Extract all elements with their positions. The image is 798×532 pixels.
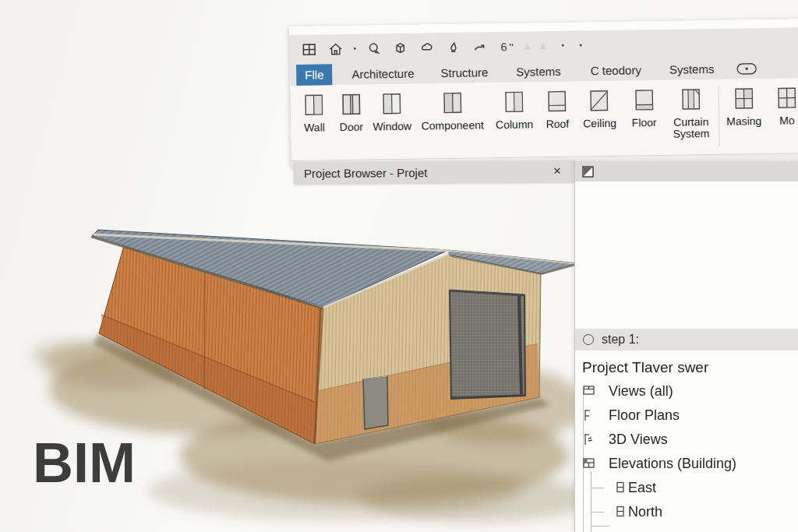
roof-icon [546, 90, 568, 114]
ribbon-button-curtain-system[interactable]: Curtain System [665, 79, 717, 141]
ceiling-icon [588, 90, 610, 113]
massing-icon [733, 87, 754, 111]
svg-text:6: 6 [500, 41, 507, 53]
elevation-tag-icon [613, 480, 628, 495]
views-icon [581, 383, 597, 399]
measure-6-icon[interactable]: 6 [498, 37, 515, 55]
tree-item-views-all[interactable]: Views (all) [575, 379, 798, 403]
cube-icon[interactable] [392, 39, 409, 56]
tab-systems-2[interactable]: Systems [661, 58, 723, 80]
close-icon[interactable]: × [550, 164, 564, 179]
project-browser-titlebar[interactable]: Project Browser - Projet × [294, 160, 574, 185]
ribbon-button-roof[interactable]: Roof [538, 82, 576, 131]
undo-balloon-icon[interactable] [365, 40, 383, 57]
tab-c-teodory[interactable]: C teodory [582, 59, 650, 81]
ribbon-button-ceiling[interactable]: Ceiling [576, 81, 623, 130]
tree-item-label: Floor Plans [609, 407, 680, 424]
tree-bottom-tick [591, 526, 609, 527]
app-window-chrome: 6 Flle Architecture Structure Systems C … [289, 19, 798, 168]
tab-systems[interactable]: Systems [507, 61, 570, 83]
project-tree: Views (all) Floor Plans 3D Views Elevati… [575, 379, 798, 524]
ribbon-button-floor[interactable]: Floor [623, 80, 666, 129]
ribbon-separator [718, 86, 719, 146]
ribbon-button-label: Mo [779, 115, 795, 127]
tree-item-label: 3D Views [609, 432, 668, 448]
tree-item-3d-views[interactable]: 3D Views [575, 428, 798, 452]
home-icon[interactable] [327, 40, 344, 57]
faint-triangle-icon [524, 43, 531, 49]
component-icon [441, 92, 463, 115]
step-label: step 1: [602, 333, 639, 347]
ribbon-button-component[interactable]: Componeent [414, 83, 490, 132]
tab-file[interactable]: Flle [296, 64, 333, 86]
ribbon-button-label: Door [340, 122, 364, 134]
ribbon-button-model[interactable]: Mo [767, 78, 798, 127]
ribbon-button-label: Curtain System [666, 116, 717, 141]
threed-views-icon [581, 432, 597, 447]
ribbon: Wall Door Window Componeent Column Roof [290, 78, 798, 161]
circle-icon [583, 334, 594, 345]
wall-icon [303, 93, 325, 117]
elevation-tag-icon [613, 504, 628, 520]
tree-item-north[interactable]: North [575, 500, 798, 524]
ribbon-button-label: Ceiling [583, 118, 616, 130]
ribbon-button-label: Column [496, 118, 533, 131]
ribbon-button-window[interactable]: Window [369, 84, 415, 133]
project-browser-title: Project Browser - Projet [304, 164, 550, 179]
ribbon-button-door[interactable]: Door [333, 85, 369, 134]
building-small-door [363, 376, 388, 429]
tab-structure[interactable]: Structure [432, 62, 496, 83]
checkbox-diagonal-icon[interactable] [582, 166, 594, 178]
tree-item-label: Views (all) [609, 383, 673, 400]
floor-icon [633, 89, 655, 112]
tree-item-floor-plans[interactable]: Floor Plans [575, 403, 798, 428]
tab-architecture[interactable]: Architecture [343, 62, 422, 85]
ribbon-button-label: Roof [546, 118, 569, 131]
browser-panel-empty-area [575, 181, 798, 329]
browser-panel-header [575, 161, 798, 181]
ribbon-button-wall[interactable]: Wall [295, 85, 333, 134]
floor-plans-icon [581, 407, 597, 423]
curve-arrow-icon[interactable] [471, 38, 489, 55]
tree-item-east[interactable]: East [575, 476, 798, 500]
window-icon [381, 93, 403, 116]
model-icon [775, 86, 797, 110]
dot-icon [580, 44, 582, 46]
ink-drop-icon[interactable] [445, 38, 462, 55]
tree-item-label: East [628, 480, 656, 496]
tree-item-elevations[interactable]: Elevations (Building) [575, 452, 798, 476]
elevations-icon [581, 456, 597, 471]
dot-icon [562, 44, 564, 47]
faint-triangle-icon [540, 43, 546, 49]
ribbon-button-label: Masing [726, 115, 761, 128]
browser-panel: step 1: Project Tlaver swer Views (all) … [574, 161, 798, 532]
step-bar: step 1: [575, 329, 798, 351]
stage: BIM [0, 0, 798, 532]
grid-icon[interactable] [301, 41, 318, 58]
ribbon-button-label: Floor [632, 117, 657, 129]
curtain-system-icon [680, 88, 701, 111]
dot-icon [354, 48, 356, 50]
ribbon-button-label: Window [373, 121, 411, 133]
bim-caption: BIM [33, 435, 136, 491]
tree-item-label: North [628, 504, 662, 520]
column-icon [503, 91, 524, 115]
ribbon-button-label: Componeent [422, 119, 484, 132]
ribbon-button-label: Wall [304, 122, 325, 134]
ribbon-button-column[interactable]: Column [489, 82, 538, 131]
cloud-cap-icon[interactable] [418, 39, 436, 56]
door-icon [340, 93, 362, 117]
ribbon-button-massing[interactable]: Masing [720, 79, 768, 128]
more-tabs-icon[interactable] [736, 62, 757, 75]
tree-item-label: Elevations (Building) [609, 456, 736, 472]
building-large-door [450, 291, 525, 399]
tree-title: Project Tlaver swer [575, 351, 798, 379]
